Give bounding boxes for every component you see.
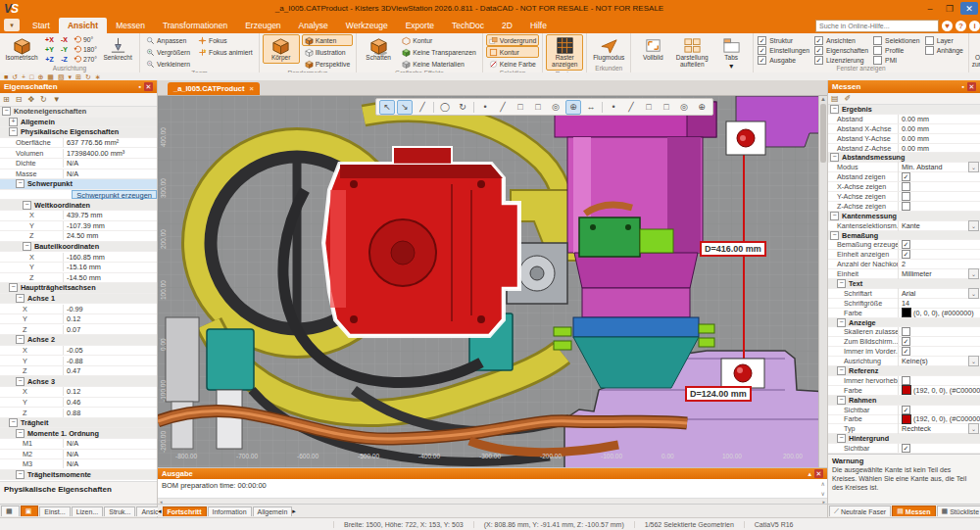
- axis-icon[interactable]: ⊕: [565, 100, 581, 115]
- ribbon-schatten[interactable]: Schatten: [360, 34, 397, 64]
- filter-icon[interactable]: ▼: [53, 96, 61, 104]
- tree-section[interactable]: −Physikalische Eigenschaften: [0, 127, 157, 138]
- solid2-icon[interactable]: □: [659, 100, 674, 115]
- checkbox-icon[interactable]: ✓: [902, 444, 910, 453]
- refresh-icon[interactable]: ↻: [40, 96, 47, 104]
- property-row[interactable]: Abstand Z-Achse0.00 mm: [828, 144, 980, 154]
- tree-section[interactable]: −Achse 2: [0, 335, 157, 346]
- checkbox-icon[interactable]: [902, 182, 910, 191]
- property-row[interactable]: SchriftartArial⌄: [828, 289, 980, 299]
- quick-icon-1[interactable]: ■: [4, 73, 8, 80]
- axis-plusminus-X[interactable]: +X: [42, 34, 57, 44]
- axis-minus-Z[interactable]: -Z: [57, 54, 72, 64]
- dropdown-arrow-icon[interactable]: ▾: [729, 62, 733, 71]
- dim-label-bottom[interactable]: D=124.00 mm: [685, 386, 752, 402]
- tab-einst[interactable]: Einst...: [39, 506, 70, 516]
- close-button[interactable]: ✕: [960, 2, 978, 15]
- checkbox-icon[interactable]: [902, 202, 910, 211]
- measure-close-icon[interactable]: ✕: [967, 82, 976, 91]
- tree-section[interactable]: −Anzeige: [828, 318, 980, 328]
- measure-snap-icon[interactable]: ↘: [397, 100, 413, 115]
- tree-section[interactable]: −Bemaßung: [828, 231, 980, 241]
- property-row[interactable]: Z-Achse zeigen: [828, 202, 980, 212]
- edge-icon[interactable]: ╱: [495, 100, 511, 115]
- property-row[interactable]: Sichtbar✓: [828, 444, 980, 454]
- property-row[interactable]: Einheit anzeigen✓: [828, 250, 980, 260]
- point-icon[interactable]: •: [477, 100, 493, 115]
- property-row[interactable]: X0.12: [0, 387, 157, 398]
- color-swatch[interactable]: [902, 385, 911, 395]
- checkbox-icon[interactable]: ✓: [902, 172, 910, 181]
- quick-icon-11[interactable]: ∗: [95, 73, 101, 80]
- property-row[interactable]: Kantenselektionsm...Kante⌄: [828, 221, 980, 231]
- property-row[interactable]: X439.75 mm: [0, 211, 157, 221]
- property-row[interactable]: MasseN/A: [0, 169, 157, 180]
- expander-icon[interactable]: −: [9, 418, 18, 427]
- property-row[interactable]: X-0.05: [0, 346, 157, 357]
- property-row[interactable]: Farbe(192, 0, 0), (#C00000: [828, 386, 980, 396]
- ribbon-flugmodus[interactable]: Flugmodus: [590, 34, 627, 64]
- quick-icon-6[interactable]: ▦: [47, 73, 54, 80]
- property-row[interactable]: AusrichtungKeine(s)⌄: [828, 357, 980, 366]
- expander-icon[interactable]: −: [2, 107, 11, 116]
- tab-scroll-left-icon[interactable]: ◂: [158, 507, 162, 515]
- property-row[interactable]: Volumen17398400.00 mm³: [0, 148, 157, 159]
- tree-section[interactable]: −Achse 3: [0, 376, 157, 387]
- help-icon[interactable]: ?: [956, 21, 966, 31]
- center2-icon[interactable]: ◎: [676, 100, 692, 115]
- expander-icon[interactable]: −: [16, 429, 24, 438]
- checkbox-icon[interactable]: ✓: [814, 36, 823, 45]
- output-pin-icon[interactable]: ▴: [808, 470, 811, 478]
- property-row[interactable]: IxxSN/A: [0, 480, 157, 481]
- property-row[interactable]: DichteN/A: [0, 159, 157, 169]
- window-toggle-pmi[interactable]: PMI: [873, 55, 920, 65]
- ribbon-fokus-animiert[interactable]: Fokus animiert: [195, 46, 256, 58]
- circle-select-icon[interactable]: ◯: [437, 100, 453, 115]
- favorites-icon[interactable]: ♥: [942, 21, 953, 31]
- ribbon-fokus[interactable]: Fokus: [195, 34, 256, 46]
- dropdown-icon[interactable]: ⌄: [968, 268, 979, 279]
- quick-icon-7[interactable]: ▧: [58, 73, 65, 80]
- checkbox-icon[interactable]: [873, 56, 882, 65]
- expander-icon[interactable]: −: [830, 212, 839, 220]
- quick-icon-9[interactable]: ⊞: [75, 73, 81, 80]
- axis-minus-X[interactable]: -X: [57, 34, 72, 44]
- ribbon-keine-materialien[interactable]: Keine Materialien: [399, 58, 479, 70]
- red-pump-selected[interactable]: [324, 147, 518, 335]
- color-swatch[interactable]: [902, 308, 911, 317]
- tab-messen[interactable]: Messen: [107, 18, 154, 33]
- tree-section[interactable]: −Hauptträgheitsachsen: [0, 283, 157, 294]
- quick-icon-4[interactable]: □: [29, 73, 33, 80]
- property-row[interactable]: Z-14.50 mm: [0, 273, 157, 284]
- checkbox-icon[interactable]: [902, 327, 910, 336]
- ribbon-perspektive[interactable]: Perspektive: [302, 58, 354, 70]
- checkbox-icon[interactable]: ✓: [814, 56, 823, 65]
- ribbon-verkleinern[interactable]: Verkleinern: [143, 58, 193, 70]
- create-center-of-gravity-button[interactable]: Schwerpunkt erzeugen: [72, 190, 157, 200]
- property-row[interactable]: M2N/A: [0, 450, 157, 460]
- property-row[interactable]: Y-15.16 mm: [0, 263, 157, 273]
- window-toggle-layer[interactable]: Layer: [925, 35, 963, 45]
- rotate-90°[interactable]: 90°: [74, 34, 97, 44]
- ribbon-raster-anzeigen[interactable]: Raster anzeigen: [546, 34, 583, 71]
- checkbox-icon[interactable]: ✓: [814, 46, 823, 55]
- blue-ring[interactable]: [573, 317, 699, 337]
- tree-section[interactable]: −Trägheitsmomente: [0, 470, 157, 481]
- property-row[interactable]: Y-107.39 mm: [0, 221, 157, 232]
- dim-label-top[interactable]: D=416.00 mm: [700, 241, 766, 257]
- checkbox-icon[interactable]: [873, 46, 882, 55]
- tree-section[interactable]: +Allgemein: [0, 118, 157, 128]
- expander-icon[interactable]: −: [837, 396, 846, 405]
- ribbon-vordergrund[interactable]: Vordergrund: [486, 34, 539, 46]
- ribbon-keine-farbe[interactable]: Keine Farbe: [486, 58, 539, 70]
- panel-tab-messen[interactable]: ▤Messen: [892, 506, 935, 516]
- info-icon[interactable]: i: [969, 21, 980, 31]
- tab-erzeugen[interactable]: Erzeugen: [236, 18, 289, 33]
- window-toggle-selektionen[interactable]: Selektionen: [873, 35, 920, 45]
- property-row[interactable]: EinheitMillimeter⌄: [828, 269, 980, 279]
- property-row[interactable]: Y0.12: [0, 314, 157, 325]
- ribbon-vergrößern[interactable]: Vergrößern: [143, 46, 193, 58]
- expander-icon[interactable]: −: [23, 201, 31, 210]
- document-tab[interactable]: _a_I005.CATProduct ×: [168, 82, 260, 95]
- property-row[interactable]: Y-0.88: [0, 356, 157, 366]
